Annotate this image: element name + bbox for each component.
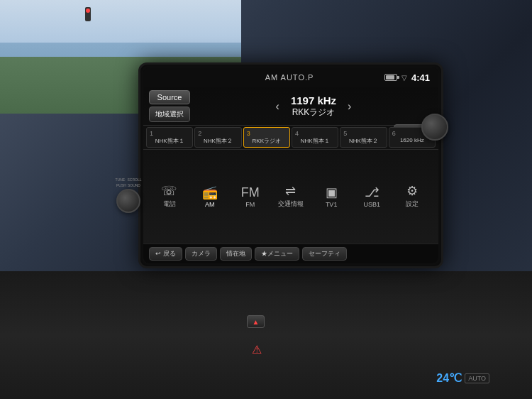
ac-temperature: 24℃ [436,371,462,385]
presets-row: 1NHK熊本１2NHK熊本２3RKKラジオ4NHK熊本１5NHK熊本２61620… [143,125,438,150]
icon-item-tv1[interactable]: ▣ TV1 [311,154,352,239]
control-bar: ↩ 戻る カメラ 情在地 ★メニュー セーフティ [143,244,438,263]
signal-icon: ▽ [401,74,407,82]
preset-num-3: 3 [245,130,288,137]
icon-item-usb1[interactable]: ⎇ USB1 [352,154,392,239]
traffic-light [85,7,91,21]
frequency-display: ‹ 1197 kHz RKKラジオ › [194,94,433,119]
window-sky [0,0,241,43]
icon-item-fm[interactable]: FM FM [230,154,270,239]
fm-label: FM [245,201,255,208]
mode-display: AM AUTO.P [265,73,314,82]
icons-row: ☏ 電話 📻 AM FM FM ⇌ 交通情報 ▣ TV1 ⎇ USB1 ⚙ 設定 [143,150,438,244]
status-bar: AM AUTO.P ▽ 4:41 [143,67,438,87]
scroll-label: SCROLL [127,177,141,182]
back-button[interactable]: ↩ 戻る [149,247,182,261]
phone-label: 電話 [163,200,176,209]
tune-label: TUNE· [115,177,126,182]
preset-item-5[interactable]: 5NHK熊本２ [340,127,387,148]
settings-icon: ⚙ [406,185,418,197]
region-button[interactable]: 地域選択 [149,106,190,122]
frequency-value: 1197 kHz [291,94,336,106]
icon-item-am[interactable]: 📻 AM [189,154,230,239]
preset-item-3[interactable]: 3RKKラジオ [243,127,290,148]
prev-station-button[interactable]: ‹ [270,100,285,113]
fm-icon: FM [241,186,260,199]
tune-knob-area: TUNE· SCROLL PUSH SOUND [115,177,142,220]
preset-num-1: 1 [148,130,191,137]
phone-icon: ☏ [161,185,177,197]
warning-triangle: ⚠ [252,343,262,356]
usb1-icon: ⎇ [365,186,379,199]
preset-item-1[interactable]: 1NHK熊本１ [146,127,193,148]
am-label: AM [205,201,215,208]
clock: 4:41 [411,72,430,83]
preset-station-1: NHK熊本１ [148,137,191,145]
volume-knob[interactable] [421,114,448,141]
traffic-label: 交通情報 [278,200,304,209]
sound-label: SOUND [128,183,140,187]
status-right: ▽ 4:41 [384,72,430,83]
preset-num-2: 2 [196,130,239,137]
settings-label: 設定 [406,200,419,209]
hazard-button[interactable]: ▲ [247,315,265,328]
next-station-button[interactable]: › [342,100,357,113]
tv1-icon: ▣ [326,186,338,199]
hazard-icon: ▲ [253,318,260,326]
preset-station-5: NHK熊本２ [342,137,384,145]
icon-item-traffic[interactable]: ⇌ 交通情報 [270,154,311,239]
station-name: RKKラジオ [291,106,336,119]
knob-labels: TUNE· SCROLL [115,177,141,182]
preset-station-3: RKKラジオ [245,137,288,145]
knob-labels-2: PUSH SOUND [116,183,140,187]
preset-item-4[interactable]: 4NHK熊本１ [292,127,338,148]
safety-button[interactable]: セーフティ [302,247,347,261]
battery-icon [384,74,397,81]
preset-station-2: NHK熊本２ [196,137,239,145]
ac-display: 24℃ AUTO [436,371,489,385]
tv1-label: TV1 [326,201,338,208]
traffic-icon: ⇌ [285,185,296,197]
top-row: Source 地域選択 ‹ 1197 kHz RKKラジオ › AUTO.P [143,87,438,125]
freq-info: 1197 kHz RKKラジオ [291,94,336,119]
camera-button[interactable]: カメラ [185,247,217,261]
preset-station-4: NHK熊本１ [294,137,336,145]
icon-item-phone[interactable]: ☏ 電話 [149,154,189,239]
usb1-label: USB1 [364,201,381,208]
tune-knob[interactable] [116,189,140,213]
preset-num-4: 4 [294,130,336,137]
location-button[interactable]: 情在地 [220,247,252,261]
preset-item-2[interactable]: 2NHK熊本２ [194,127,241,148]
am-icon: 📻 [202,186,218,199]
infotainment-screen: AM AUTO.P ▽ 4:41 Source 地域選択 ‹ 1197 kHz [143,67,438,263]
main-content: Source 地域選択 ‹ 1197 kHz RKKラジオ › AUTO.P 1… [143,87,438,263]
back-icon: ↩ [155,250,161,257]
icon-item-settings[interactable]: ⚙ 設定 [392,154,433,239]
source-button[interactable]: Source [149,90,190,104]
ac-mode: AUTO [465,373,489,383]
preset-num-5: 5 [342,130,384,137]
menu-button[interactable]: ★メニュー [255,247,299,261]
push-label: PUSH [116,183,126,187]
